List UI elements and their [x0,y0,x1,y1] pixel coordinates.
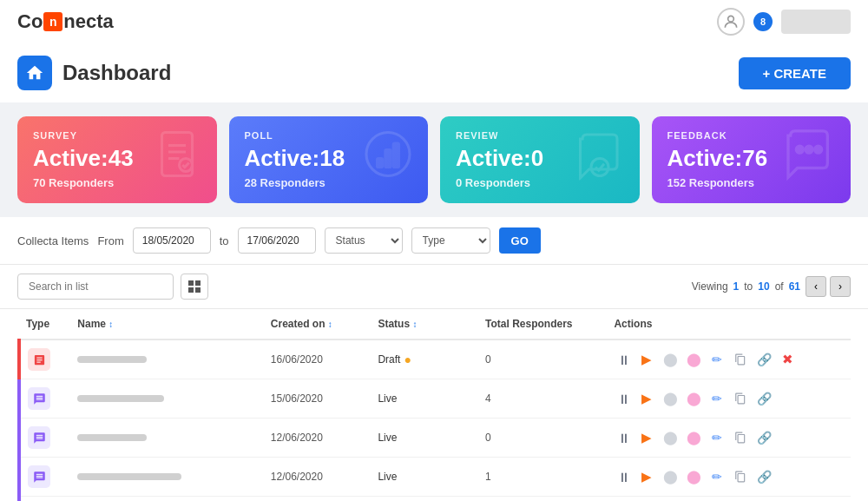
status-filter[interactable]: Status Live Draft Closed [325,227,403,254]
type-icon-feedback [28,426,50,449]
cell-status: Live [371,379,478,419]
cell-responders: 0 [478,419,607,458]
dashboard-icon [17,56,52,90]
viewing-to: to [744,280,753,293]
edit-button[interactable]: ✏ [707,428,727,447]
play-button[interactable]: ▶ [637,389,656,408]
row-actions: ⏸ ▶ ⬤ ⬤ ✏ 🔗 ✖ [614,350,844,369]
copy-button[interactable] [731,428,750,447]
name-placeholder [77,473,181,480]
play-button[interactable]: ▶ [637,428,656,447]
name-placeholder [77,395,164,402]
cell-type [19,497,70,502]
cell-responders: 3 [478,497,607,502]
grid-view-button[interactable] [181,274,208,300]
logo-text-co: Co [17,10,43,33]
viewing-total: 61 [789,280,800,293]
cell-name [70,339,264,379]
status-draft: Draft ● [378,353,471,366]
circle-pink-button[interactable]: ⬤ [684,467,703,486]
edit-button[interactable]: ✏ [707,389,727,408]
delete-button[interactable]: ✖ [778,350,797,369]
status-live: Live [378,471,397,483]
table-row: 12/06/2020 Live 0 ⏸ ▶ ⬤ ⬤ ✏ 🔗 [19,419,851,458]
notification-badge[interactable]: 8 [753,12,773,31]
viewing-of: of [775,280,784,293]
search-input[interactable] [17,274,174,300]
cell-responders: 1 [478,458,607,497]
type-icon-survey [28,348,50,371]
viewing-info: Viewing 1 to 10 of 61 ‹ › [692,276,851,297]
link-button[interactable]: 🔗 [754,350,773,369]
type-icon-feedback [28,465,50,488]
to-date-input[interactable] [238,227,316,254]
cell-type [19,339,70,379]
row-actions: ⏸ ▶ ⬤ ⬤ ✏ 🔗 [614,389,844,408]
cell-name [70,458,264,497]
link-button[interactable]: 🔗 [754,467,773,486]
row-actions: ⏸ ▶ ⬤ ⬤ ✏ 🔗 [614,428,844,447]
link-button[interactable]: 🔗 [754,428,773,447]
circle-gray-button[interactable]: ⬤ [661,467,680,486]
circle-pink-button[interactable]: ⬤ [684,428,703,447]
circle-gray-button[interactable]: ⬤ [661,428,680,447]
circle-pink-button[interactable]: ⬤ [684,350,703,369]
from-label: From [97,234,123,247]
circle-pink-button[interactable]: ⬤ [684,389,703,408]
stat-card-feedback[interactable]: FEEDBACK Active:76 152 Responders [652,116,852,203]
next-page-button[interactable]: › [830,276,851,297]
edit-button[interactable]: ✏ [707,350,727,369]
stats-row: SURVEY Active:43 70 Responders POLL Acti… [0,102,868,217]
dashboard-title-wrap: Dashboard [17,56,171,90]
cell-name [70,497,264,502]
link-button[interactable]: 🔗 [754,389,773,408]
pause-button[interactable]: ⏸ [614,428,633,447]
cell-created: 16/06/2020 [264,339,372,379]
circle-gray-button[interactable]: ⬤ [661,389,680,408]
from-date-input[interactable] [133,227,211,254]
page-title: Dashboard [62,61,171,85]
prev-page-button[interactable]: ‹ [806,276,826,297]
search-input-wrap [17,274,208,300]
create-button[interactable]: + CREATE [739,57,851,89]
table-wrap: Type Name ↕ Created on ↕ Status ↕ Total … [0,309,868,501]
viewing-from: 1 [733,280,740,293]
app-header: Connecta 8 [0,0,868,43]
edit-button[interactable]: ✏ [707,467,727,486]
avatar-icon[interactable] [717,8,745,36]
pause-button[interactable]: ⏸ [614,350,633,369]
col-header-created: Created on ↕ [264,309,372,339]
header-right: 8 [717,8,851,36]
col-header-name: Name ↕ [70,309,264,339]
play-button[interactable]: ▶ [637,467,656,486]
copy-button[interactable] [731,389,750,408]
go-button[interactable]: GO [499,227,541,254]
app-logo: Connecta [17,10,114,33]
play-button[interactable]: ▶ [637,350,656,369]
cell-type [19,458,70,497]
cell-status: Live [371,458,478,497]
type-icon-feedback [28,387,50,410]
stat-card-poll[interactable]: POLL Active:18 28 Responders [229,116,429,203]
status-live: Live [378,392,397,405]
dashboard-bar: Dashboard + CREATE [0,43,868,102]
cell-actions: ⏸ ▶ ⬤ ⬤ ✏ 🔗 [607,379,851,419]
cell-responders: 4 [478,379,607,419]
poll-icon [362,129,414,192]
to-label: to [220,234,229,247]
name-placeholder [77,434,147,441]
pause-button[interactable]: ⏸ [614,467,633,486]
circle-gray-button[interactable]: ⬤ [661,350,680,369]
stat-card-review[interactable]: REVIEW Active:0 0 Responders [440,116,640,203]
type-filter[interactable]: Type Survey Poll Review Feedback [411,227,490,254]
copy-button[interactable] [731,467,750,486]
svg-point-11 [796,146,803,153]
svg-rect-8 [385,150,391,168]
feedback-icon [781,127,837,194]
stat-card-survey[interactable]: SURVEY Active:43 70 Responders [17,116,217,203]
pause-button[interactable]: ⏸ [614,389,633,408]
name-placeholder [77,356,147,363]
col-header-type: Type [19,309,70,339]
copy-button[interactable] [731,350,750,369]
cell-created: 15/06/2020 [264,379,372,419]
